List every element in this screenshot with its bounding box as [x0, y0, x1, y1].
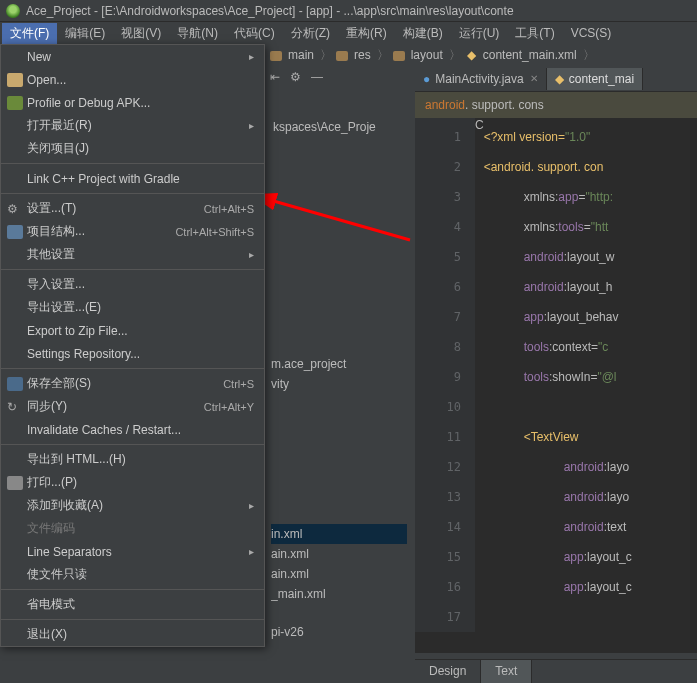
- tab-design[interactable]: Design: [415, 660, 481, 683]
- menu-print[interactable]: 打印...(P): [1, 471, 264, 494]
- menu-settings-repo[interactable]: Settings Repository...: [1, 342, 264, 365]
- separator: [1, 444, 264, 445]
- code-lines[interactable]: <?xml version="1.0" <android. support. c…: [484, 118, 697, 632]
- menu-close-project[interactable]: 关闭项目(J): [1, 137, 264, 160]
- breadcrumb-seg[interactable]: layout: [409, 48, 445, 62]
- sync-icon: ↻: [7, 400, 23, 414]
- separator: [1, 619, 264, 620]
- menu-project-structure[interactable]: 项目结构...Ctrl+Alt+Shift+S: [1, 220, 264, 243]
- tab-label: content_mai: [569, 72, 634, 86]
- app-icon: [6, 4, 20, 18]
- project-item[interactable]: vity: [271, 374, 407, 394]
- tab-label: MainActivity.java: [435, 72, 523, 86]
- menu-refactor[interactable]: 重构(R): [338, 23, 395, 44]
- menu-export-settings[interactable]: 导出设置...(E): [1, 296, 264, 319]
- titlebar: Ace_Project - [E:\Androidworkspaces\Ace_…: [0, 0, 697, 22]
- menu-vcs[interactable]: VCS(S): [563, 24, 620, 42]
- menu-profile-apk[interactable]: Profile or Debug APK...: [1, 91, 264, 114]
- code-editor[interactable]: android. support. cons 1 2 3 4 5 6 7 8 9…: [415, 92, 697, 653]
- menu-make-readonly[interactable]: 使文件只读: [1, 563, 264, 586]
- menu-exit[interactable]: 退出(X): [1, 623, 264, 646]
- debug-icon: [7, 96, 23, 110]
- window-title: Ace_Project - [E:\Androidworkspaces\Ace_…: [26, 4, 514, 18]
- separator: [1, 163, 264, 164]
- class-badge-icon[interactable]: C: [475, 118, 484, 632]
- breadcrumb-seg[interactable]: content_main.xml: [481, 48, 579, 62]
- collapse-icon[interactable]: ⇤: [270, 70, 280, 84]
- menu-settings[interactable]: ⚙设置...(T)Ctrl+Alt+S: [1, 197, 264, 220]
- menu-export-zip[interactable]: Export to Zip File...: [1, 319, 264, 342]
- menu-sync[interactable]: ↻同步(Y)Ctrl+Alt+Y: [1, 395, 264, 418]
- hide-icon[interactable]: —: [311, 70, 323, 84]
- project-item[interactable]: in.xml: [271, 524, 407, 544]
- project-item[interactable]: ain.xml: [271, 544, 407, 564]
- menu-open-recent[interactable]: 打开最近(R)▸: [1, 114, 264, 137]
- menu-run[interactable]: 运行(U): [451, 23, 508, 44]
- separator: [1, 193, 264, 194]
- gutter: 1 2 3 4 5 6 7 8 9 10 11 12 13 14 15 16 1…: [415, 118, 475, 632]
- save-icon: [7, 377, 23, 391]
- separator: [1, 368, 264, 369]
- menubar: 文件(F) 编辑(E) 视图(V) 导航(N) 代码(C) 分析(Z) 重构(R…: [0, 22, 697, 44]
- project-items: in.xml ain.xml ain.xml _main.xml pi-v26: [265, 520, 413, 646]
- editor-tabs: ● MainActivity.java ✕ ◆ content_mai: [415, 66, 697, 92]
- gear-icon: ⚙: [7, 202, 23, 216]
- menu-code[interactable]: 代码(C): [226, 23, 283, 44]
- print-icon: [7, 476, 23, 490]
- menu-add-favorites[interactable]: 添加到收藏(A)▸: [1, 494, 264, 517]
- java-icon: ●: [423, 72, 430, 86]
- menu-import-settings[interactable]: 导入设置...: [1, 273, 264, 296]
- project-item[interactable]: _main.xml: [271, 584, 407, 604]
- project-items: m.ace_project vity: [265, 350, 413, 398]
- settings-icon[interactable]: ⚙: [290, 70, 301, 84]
- editor-tab-xml[interactable]: ◆ content_mai: [547, 68, 643, 90]
- menu-file-encoding: 文件编码: [1, 517, 264, 540]
- menu-new[interactable]: New▸: [1, 45, 264, 68]
- folder-icon: [393, 51, 405, 61]
- folder-icon: [7, 73, 23, 87]
- menu-power-save[interactable]: 省电模式: [1, 593, 264, 616]
- code-hint-bar: android. support. cons: [415, 92, 697, 118]
- project-item[interactable]: pi-v26: [271, 622, 407, 642]
- menu-save-all[interactable]: 保存全部(S)Ctrl+S: [1, 372, 264, 395]
- xml-icon: ◆: [555, 72, 564, 86]
- menu-view[interactable]: 视图(V): [113, 23, 169, 44]
- structure-icon: [7, 225, 23, 239]
- menu-open[interactable]: Open...: [1, 68, 264, 91]
- xml-icon: ◆: [465, 48, 478, 62]
- project-item[interactable]: ain.xml: [271, 564, 407, 584]
- menu-link-cpp[interactable]: Link C++ Project with Gradle: [1, 167, 264, 190]
- file-menu-dropdown: New▸ Open... Profile or Debug APK... 打开最…: [0, 44, 265, 647]
- menu-line-separators[interactable]: Line Separators▸: [1, 540, 264, 563]
- folder-icon: [336, 51, 348, 61]
- editor-tab-java[interactable]: ● MainActivity.java ✕: [415, 68, 547, 90]
- menu-navigate[interactable]: 导航(N): [169, 23, 226, 44]
- menu-export-html[interactable]: 导出到 HTML...(H): [1, 448, 264, 471]
- separator: [1, 269, 264, 270]
- menu-edit[interactable]: 编辑(E): [57, 23, 113, 44]
- menu-file[interactable]: 文件(F): [2, 23, 57, 44]
- menu-invalidate-caches[interactable]: Invalidate Caches / Restart...: [1, 418, 264, 441]
- breadcrumb-seg[interactable]: res: [352, 48, 373, 62]
- project-toolbar: ⇤ ⚙ —: [270, 70, 323, 84]
- menu-other-settings[interactable]: 其他设置▸: [1, 243, 264, 266]
- project-item[interactable]: m.ace_project: [271, 354, 407, 374]
- breadcrumb-seg[interactable]: main: [286, 48, 316, 62]
- separator: [1, 589, 264, 590]
- tab-text[interactable]: Text: [481, 660, 532, 683]
- close-icon[interactable]: ✕: [530, 73, 538, 84]
- menu-analyze[interactable]: 分析(Z): [283, 23, 338, 44]
- project-path: kspaces\Ace_Proje: [265, 116, 384, 138]
- menu-tools[interactable]: 工具(T): [507, 23, 562, 44]
- designer-tabs: Design Text: [415, 659, 697, 683]
- folder-icon: [270, 51, 282, 61]
- menu-build[interactable]: 构建(B): [395, 23, 451, 44]
